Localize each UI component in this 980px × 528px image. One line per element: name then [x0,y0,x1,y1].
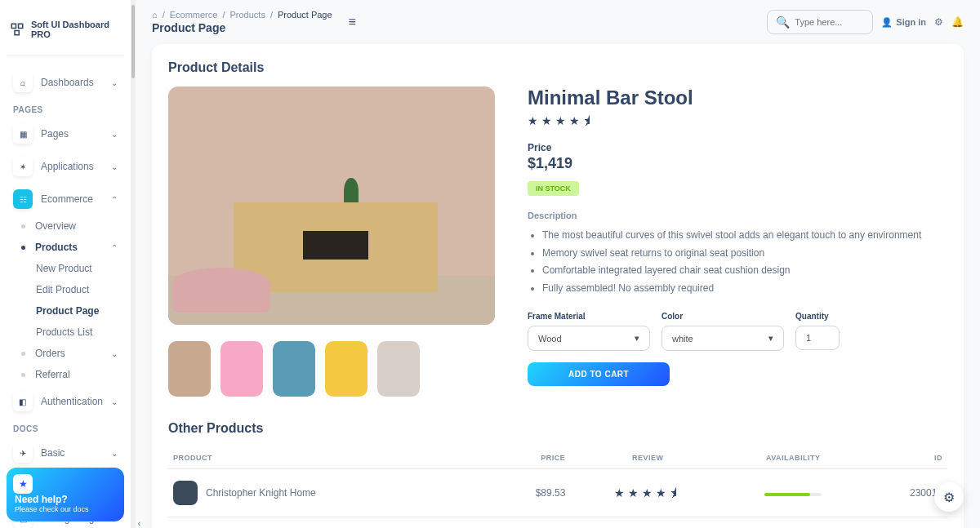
description-label: Description [528,211,947,220]
product-rating: ★ ★ ★ ★ ⯨ [528,114,947,127]
color-select[interactable]: white ▾ [662,326,784,351]
gear-icon: ⚙ [943,490,955,505]
product-price: $1,419 [528,155,947,172]
brand-name: Soft UI Dashboard PRO [31,20,121,39]
sidebar-subsub-product-page[interactable]: Product Page [7,300,124,322]
col-review: REVIEW [570,447,725,469]
sidebar-sub-orders[interactable]: Orders ⌄ [7,343,124,364]
product-thumbnail[interactable] [220,341,263,397]
chevron-down-icon: ⌄ [111,130,118,139]
gear-icon[interactable]: ⚙ [934,16,943,28]
table-row[interactable]: Bar Height Swivel Barstool $99.99 ★ ★ ★ … [168,517,947,529]
col-id: ID [861,447,947,469]
availability-bar [764,493,822,496]
nav-section-docs: DOCS [7,418,124,437]
other-products-table: PRODUCT PRICE REVIEW AVAILABILITY ID Chr… [168,447,947,528]
topbar: ⌂ / Ecommerce / Products / Product Page … [152,10,964,34]
bell-icon[interactable]: 🔔 [951,16,964,28]
frame-material-label: Frame Material [528,312,650,321]
col-product: PRODUCT [168,447,490,469]
chevron-down-icon: ⌄ [111,349,118,358]
bullet-icon [21,352,25,356]
help-subtitle: Please check our docs [15,505,116,513]
sidebar-item-basic[interactable]: ✈ Basic ⌄ [7,437,124,469]
bullet-icon [21,373,25,377]
home-icon[interactable]: ⌂ [152,10,158,20]
sidebar-sub-overview[interactable]: Overview [7,215,124,237]
col-price: PRICE [490,447,571,469]
search-icon: 🔍 [776,16,790,29]
frame-material-select[interactable]: Wood ▾ [528,326,650,351]
stock-badge: IN STOCK [528,181,579,196]
quantity-input[interactable]: 1 [795,326,840,350]
chevron-down-icon: ⌄ [111,78,118,87]
star-icon: ★ [13,474,33,494]
search-box[interactable]: 🔍 [767,10,873,34]
settings-fab[interactable]: ⚙ [934,482,964,512]
description-item: Comfortable integrated layered chair sea… [542,262,947,280]
pages-icon: ▦ [13,124,33,144]
product-thumbnail[interactable] [325,341,368,397]
bullet-icon [21,224,25,229]
authentication-icon: ◧ [13,392,33,411]
hamburger-icon[interactable]: ≡ [349,15,356,29]
product-thumbnail[interactable] [168,341,211,397]
product-details: Minimal Bar Stool ★ ★ ★ ★ ⯨ Price $1,419… [528,87,947,397]
col-availability: AVAILABILITY [725,447,861,469]
logo-icon [10,21,24,38]
chevron-up-icon: ⌃ [111,243,118,252]
product-thumbnail[interactable] [377,341,420,397]
description-list: The most beautiful curves of this swivel… [528,227,947,297]
brand-logo[interactable]: Soft UI Dashboard PRO [7,13,124,56]
sidebar-item-authentication[interactable]: ◧ Authentication ⌄ [7,385,124,418]
product-gallery [168,87,495,397]
page-title: Product Page [152,21,332,34]
product-thumb-icon [173,481,198,505]
help-title: Need help? [15,494,116,505]
description-item: Memory swivel seat returns to original s… [542,245,947,263]
breadcrumb: ⌂ / Ecommerce / Products / Product Page [152,10,332,20]
table-row[interactable]: Christopher Knight Home $89.53 ★ ★ ★ ★ ⯨… [168,469,947,517]
description-item: The most beautiful curves of this swivel… [542,227,947,245]
bullet-icon [21,246,25,250]
user-icon: 👤 [881,17,893,28]
description-item: Fully assembled! No assembly required [542,280,947,298]
search-input[interactable] [795,17,864,27]
nav-section-pages: PAGES [7,99,124,118]
sidebar-item-applications[interactable]: ✶ Applications ⌄ [7,150,124,183]
section-title: Product Details [168,60,947,75]
breadcrumb-item-current: Product Page [278,10,332,20]
chevron-down-icon: ⌄ [111,397,118,406]
sign-in-link[interactable]: 👤 Sign in [881,17,926,28]
main-content: ⌂ / Ecommerce / Products / Product Page … [136,0,980,528]
sidebar: Soft UI Dashboard PRO ⌂ Dashboards ⌄ PAG… [0,0,131,528]
basic-icon: ✈ [13,443,33,463]
product-card: Product Details [152,44,964,528]
product-name: Minimal Bar Stool [528,87,947,109]
sidebar-subsub-edit-product[interactable]: Edit Product [7,279,124,300]
chevron-down-icon: ⌄ [111,162,118,171]
sidebar-subsub-new-product[interactable]: New Product [7,258,124,279]
other-products-heading: Other Products [168,421,947,436]
chevron-down-icon: ▾ [635,333,639,344]
product-main-image[interactable] [168,87,495,325]
svg-rect-0 [11,24,16,28]
sidebar-sub-referral[interactable]: Referral [7,364,124,385]
add-to-cart-button[interactable]: ADD TO CART [528,362,670,386]
chevron-down-icon: ▾ [768,333,773,344]
product-thumbnail[interactable] [273,341,315,397]
color-label: Color [662,312,784,321]
help-card[interactable]: ★ Need help? Please check our docs [7,468,124,521]
svg-rect-2 [15,31,19,35]
sidebar-item-pages[interactable]: ▦ Pages ⌄ [7,118,124,150]
sidebar-item-dashboards[interactable]: ⌂ Dashboards ⌄ [7,66,124,99]
chevron-up-icon: ⌃ [111,195,118,204]
breadcrumb-item[interactable]: Ecommerce [170,10,218,20]
quantity-label: Quantity [795,312,840,321]
sidebar-subsub-products-list[interactable]: Products List [7,322,124,343]
price-label: Price [528,142,947,153]
breadcrumb-item[interactable]: Products [229,10,265,20]
applications-icon: ✶ [13,157,33,176]
sidebar-sub-products[interactable]: Products ⌃ [7,237,124,258]
sidebar-item-ecommerce[interactable]: ☷ Ecommerce ⌃ [7,183,124,215]
